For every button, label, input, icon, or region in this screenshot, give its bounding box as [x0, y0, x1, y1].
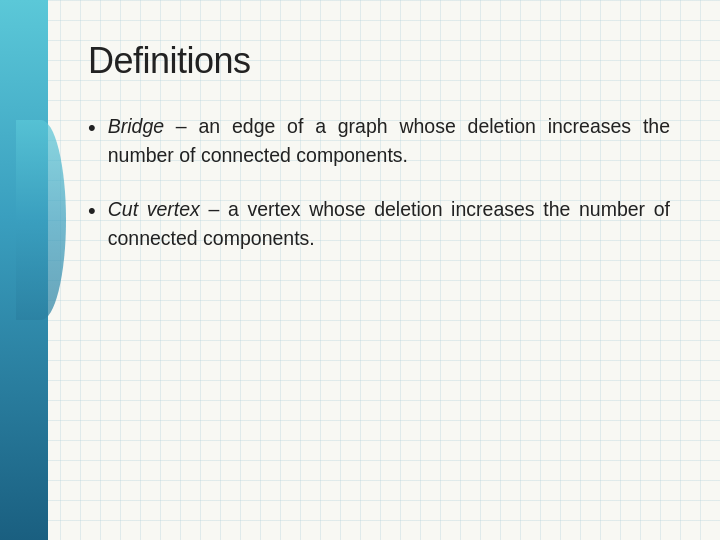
definition-2: Cut vertex – a vertex whose deletion inc… — [108, 195, 670, 254]
list-item: • Bridge – an edge of a graph whose dele… — [88, 112, 670, 171]
left-accent-bar — [0, 0, 48, 540]
definition-1: Bridge – an edge of a graph whose deleti… — [108, 112, 670, 171]
content-area: Definitions • Bridge – an edge of a grap… — [48, 0, 720, 540]
term-2: Cut vertex — [108, 198, 200, 220]
term-1: Bridge — [108, 115, 164, 137]
slide-container: Definitions • Bridge – an edge of a grap… — [0, 0, 720, 540]
slide-title: Definitions — [88, 40, 670, 82]
definitions-list: • Bridge – an edge of a graph whose dele… — [88, 112, 670, 253]
bullet-2: • — [88, 196, 96, 227]
bullet-1: • — [88, 113, 96, 144]
list-item: • Cut vertex – a vertex whose deletion i… — [88, 195, 670, 254]
